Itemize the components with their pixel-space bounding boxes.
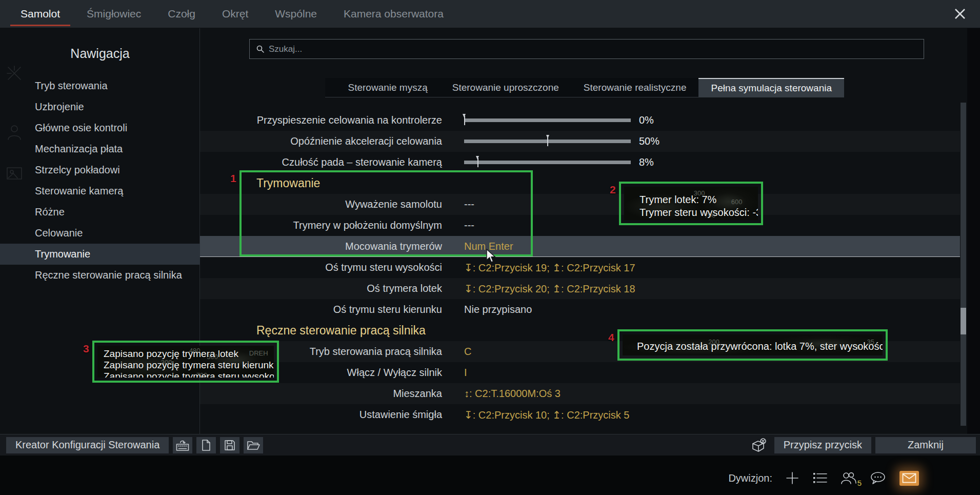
close-window-button[interactable] [945,0,975,28]
row-ustawienie-smigla[interactable]: Ustawienie śmigła↧: C2:Przycisk 10; ↥: C… [200,404,960,425]
slider-handle[interactable] [546,135,550,147]
search-placeholder: Szukaj... [269,44,302,54]
slider-czulosc-pada-sterowanie-kamera[interactable] [464,152,631,173]
list-icon [812,471,828,485]
row-przyspieszenie-celowania-na-kontrolerze[interactable]: Przyspieszenie celowania na kontrolerze0… [200,110,960,131]
mail-icon [902,473,916,483]
squadron-label: Dywizjon: [728,472,772,484]
save-config-button[interactable] [220,437,239,453]
slider-track [464,118,631,122]
contacts-icon [840,471,857,485]
sidebar-item-mechanizacja-plata[interactable]: Mechanizacja płata [0,138,200,160]
setting-label: Włącz / Wyłącz silnik [200,367,442,379]
slider-opoznienie-akceleracji-celowania[interactable] [464,131,631,152]
setting-value: ↕: C2:T.16000M:Oś 3 [464,388,561,400]
sidebar-title: Nawigacja [0,43,200,64]
contacts-count-badge: 5 [857,479,862,487]
battle-log-button[interactable] [812,471,828,485]
assign-button[interactable]: Przypisz przycisk [774,437,871,453]
setting-value: ↧: C2:Przycisk 20; ↥: C2:Przycisk 18 [464,283,635,295]
tab-smiglowiec[interactable]: Śmigłowiec [73,0,154,28]
sidebar-item-trymowanie[interactable]: Trymowanie [0,244,200,265]
sidebar-item-glowne-osie-kontroli[interactable]: Główne osie kontroli [0,117,200,138]
sidebar-item-reczne-sterowanie-praca-silnika[interactable]: Ręczne sterowanie pracą silnika [0,265,200,286]
open-folder-icon [247,439,260,451]
sidebar-item-sterowanie-kamera[interactable]: Sterowanie kamerą [0,181,200,202]
setting-label: Trymery w położeniu domyślnym [200,220,442,231]
sidebar-item-strzelcy-pokladowi[interactable]: Strzelcy pokładowi [0,160,200,181]
clear-binding-icon [750,438,767,453]
row-mieszanka[interactable]: Mieszanka↕: C2:T.16000M:Oś 3 [200,383,960,404]
sidebar-item-tryb-sterowania[interactable]: Tryb sterowania [0,75,200,96]
window-bottom-bar: Kreator Konfiguracji Sterowania [0,434,980,456]
navigation-sidebar: Nawigacja Tryb sterowaniaUzbrojenieGłówn… [0,28,200,456]
load-config-button[interactable] [244,437,263,453]
setting-value: --- [464,199,474,210]
settings-panel: Nawigacja Tryb sterowaniaUzbrojenieGłówn… [0,28,980,456]
messages-button[interactable] [899,471,919,486]
row-mocowania-trymerow[interactable]: Mocowania trymerówNum Enter [200,236,960,257]
clear-binding-button[interactable] [747,437,770,453]
close-icon [953,7,967,21]
row-czulosc-pada-sterowanie-kamera[interactable]: Czułość pada – sterowanie kamerą8% [200,152,960,173]
keyboard-wizard-button[interactable] [173,437,192,453]
tab-samolot[interactable]: Samolot [7,0,73,28]
row-wlacz-wylacz-silnik[interactable]: Włącz / Wyłącz silnikI [200,362,960,383]
setting-label: Mieszanka [200,388,442,400]
squadron-create-button[interactable] [785,470,800,486]
new-file-icon [201,439,212,451]
sidebar-items: Tryb sterowaniaUzbrojenieGłówne osie kon… [0,75,200,286]
close-button[interactable]: Zamknij [875,437,976,453]
row-os-trymu-steru-wysokosci[interactable]: Oś trymu steru wysokości↧: C2:Przycisk 1… [200,257,960,278]
setting-value: ↧: C2:Przycisk 10; ↥: C2:Przycisk 5 [464,409,629,421]
slider-track [464,161,631,164]
config-wizard-button[interactable]: Kreator Konfiguracji Sterowania [6,437,169,453]
squadron-toolbar: Dywizjon: 5 [728,468,919,488]
search-input[interactable]: Szukaj... [249,39,924,59]
row-os-trymera-lotek[interactable]: Oś trymera lotek↧: C2:Przycisk 20; ↥: C2… [200,278,960,299]
slider-przyspieszenie-celowania-na-kontrolerze[interactable] [464,110,631,131]
vehicle-tab-bar: SamolotŚmigłowiecCzołgOkrętWspólneKamera… [0,0,980,28]
setting-value: I [464,367,467,379]
row-wywazenie-samolotu[interactable]: Wyważenie samolotu--- [200,194,960,215]
section-title: Ręczne sterowanie pracą silnika [256,324,426,338]
scrollbar-track[interactable] [961,103,966,426]
setting-label: Czułość pada – sterowanie kamerą [200,156,442,168]
slider-value: 8% [639,156,654,168]
setting-label: Mocowania trymerów [200,241,442,252]
panel-right-gap [967,28,980,456]
chat-button[interactable] [870,471,887,485]
tab-wspolne[interactable]: Wspólne [262,0,330,28]
control-mode-tabs: Sterowanie mysząSterowanie uproszczoneSt… [325,78,844,97]
mode-tab-sterowanie-uproszczone[interactable]: Sterowanie uproszczone [440,78,571,97]
tab-czolg[interactable]: Czołg [154,0,209,28]
new-config-button[interactable] [196,437,216,453]
row-os-trymu-steru-kierunku[interactable]: Oś trymu steru kierunkuNie przypisano [200,299,960,320]
controls-settings-window: SamolotŚmigłowiecCzołgOkrętWspólneKamera… [0,0,980,495]
mode-tab-sterowanie-mysza[interactable]: Sterowanie myszą [336,78,440,97]
setting-value: --- [464,220,474,231]
slider-handle[interactable] [476,156,479,168]
section-title: Trymowanie [256,176,320,190]
sidebar-item-celowanie[interactable]: Celowanie [0,223,200,244]
bottom-bar-right-group: Przypisz przycisk Zamknij [743,437,976,453]
window-tabs: SamolotŚmigłowiecCzołgOkrętWspólneKamera… [7,0,457,28]
setting-label: Oś trymera lotek [200,283,442,294]
mode-tab-pelna-symulacja-sterowania[interactable]: Pełna symulacja sterowania [698,78,844,97]
tab-okret[interactable]: Okręt [209,0,262,28]
setting-label: Ustawienie śmigła [200,409,442,421]
sidebar-item-uzbrojenie[interactable]: Uzbrojenie [0,96,200,117]
save-icon [224,439,236,451]
row-opoznienie-akceleracji-celowania[interactable]: Opóźnienie akceleracji celowania50% [200,131,960,152]
mode-tab-sterowanie-realistyczne[interactable]: Sterowanie realistyczne [571,78,699,97]
slider-value: 50% [639,135,659,147]
contacts-button[interactable]: 5 [840,471,857,485]
setting-value: Num Enter [464,241,513,252]
row-tryb-sterowania-praca-silnika[interactable]: Tryb sterowania pracą silnikaC [200,341,960,362]
slider-handle[interactable] [463,114,466,126]
tab-kamera-obserwatora[interactable]: Kamera obserwatora [330,0,457,28]
sidebar-item-rozne[interactable]: Różne [0,202,200,223]
row-trymery-w-polozeniu-domyslnym[interactable]: Trymery w położeniu domyślnym--- [200,215,960,236]
scrollbar-thumb[interactable] [961,308,966,334]
setting-label: Przyspieszenie celowania na kontrolerze [200,114,442,126]
